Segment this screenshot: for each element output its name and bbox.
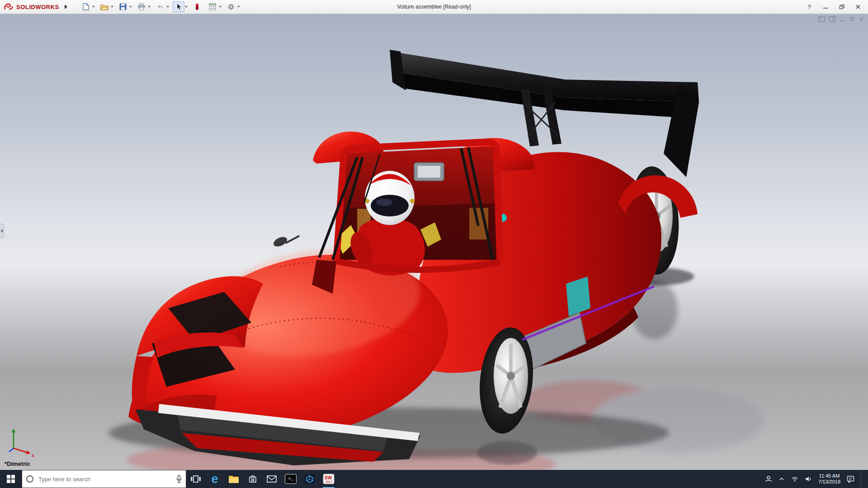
minimize-view-icon[interactable] bbox=[840, 16, 845, 22]
print-icon bbox=[137, 3, 146, 10]
show-desktop-button[interactable] bbox=[861, 470, 863, 488]
menu-expand-arrow-icon[interactable] bbox=[65, 5, 67, 9]
action-center-icon[interactable] bbox=[847, 475, 854, 483]
open-button[interactable] bbox=[99, 1, 110, 12]
task-view-icon bbox=[191, 475, 201, 483]
edge-icon: e bbox=[211, 473, 218, 485]
print-caret-icon[interactable] bbox=[148, 6, 151, 8]
open-caret-icon[interactable] bbox=[111, 6, 113, 8]
taskbar-search[interactable] bbox=[22, 470, 186, 488]
design-table-button[interactable] bbox=[207, 1, 218, 12]
3d-scene[interactable] bbox=[0, 14, 868, 470]
taskbar-clock[interactable]: 11:45 AM 7/13/2018 bbox=[818, 473, 840, 485]
solidworks-2017-icon: SW 2017 bbox=[323, 474, 335, 484]
taskbar-solidworks[interactable]: SW 2017 bbox=[319, 470, 338, 488]
file-explorer-icon bbox=[228, 475, 239, 483]
panel-collapse-tab[interactable] bbox=[0, 224, 4, 238]
search-input[interactable] bbox=[38, 475, 176, 483]
design-table-icon bbox=[208, 3, 217, 10]
restore-icon bbox=[839, 4, 844, 9]
minimize-button[interactable] bbox=[822, 3, 829, 10]
solidworks-logo: SOLIDWORKS bbox=[0, 3, 63, 10]
reference-triad: x bbox=[7, 426, 39, 458]
select-tool-caret-icon[interactable] bbox=[185, 6, 188, 8]
print-button[interactable] bbox=[136, 1, 147, 12]
microphone-icon[interactable] bbox=[176, 475, 182, 483]
brand-text: SOLIDWORKS bbox=[16, 4, 59, 10]
design-table-caret-icon[interactable] bbox=[219, 6, 222, 8]
split-pane-right-icon[interactable] bbox=[829, 16, 836, 22]
restore-button[interactable] bbox=[838, 3, 845, 10]
close-icon bbox=[855, 4, 861, 9]
new-document-caret-icon[interactable] bbox=[92, 6, 95, 8]
options-button[interactable] bbox=[225, 1, 237, 12]
ds-logo-icon bbox=[4, 3, 14, 10]
clock-time: 11:45 AM bbox=[819, 473, 840, 479]
solidworks-window: SOLIDWORKS bbox=[0, 0, 868, 488]
task-view-button[interactable] bbox=[186, 470, 205, 488]
split-pane-left-icon[interactable] bbox=[818, 16, 825, 22]
taskbar-mail[interactable] bbox=[262, 470, 281, 488]
minimize-icon bbox=[823, 4, 828, 9]
close-view-icon[interactable] bbox=[859, 16, 864, 22]
left-side-mirror[interactable] bbox=[272, 235, 289, 249]
windows-taskbar: e >_ bbox=[0, 470, 868, 488]
taskbar-store[interactable] bbox=[243, 470, 262, 488]
close-button[interactable] bbox=[854, 3, 862, 10]
save-icon bbox=[119, 3, 127, 10]
taskbar-file-explorer[interactable] bbox=[224, 470, 243, 488]
help-button[interactable]: ? bbox=[806, 3, 813, 10]
window-controls: ? bbox=[806, 3, 868, 10]
undo-caret-icon[interactable] bbox=[166, 6, 169, 8]
select-tool-button[interactable] bbox=[173, 1, 184, 12]
taskbar-edge[interactable]: e bbox=[205, 470, 224, 488]
svg-text:SW: SW bbox=[325, 475, 332, 480]
save-button[interactable] bbox=[117, 1, 129, 12]
graphics-viewport[interactable]: *Dimetric x bbox=[0, 14, 868, 470]
network-icon[interactable] bbox=[791, 476, 798, 482]
mail-icon bbox=[267, 475, 277, 483]
svg-text:2017: 2017 bbox=[326, 480, 333, 483]
edrawings-icon bbox=[304, 474, 315, 484]
triad-x-label: x bbox=[32, 452, 34, 458]
hidden-icons-chevron-icon[interactable] bbox=[778, 476, 785, 482]
open-folder-icon bbox=[100, 3, 108, 10]
undo-button[interactable] bbox=[154, 1, 166, 12]
helmet-visor bbox=[371, 195, 409, 216]
appearance-icon bbox=[194, 3, 200, 10]
gear-icon bbox=[227, 3, 235, 10]
options-caret-icon[interactable] bbox=[237, 6, 240, 8]
command-prompt-icon: >_ bbox=[285, 474, 297, 484]
undo-icon bbox=[156, 3, 164, 10]
system-tray: 11:45 AM 7/13/2018 bbox=[765, 470, 868, 488]
volume-icon[interactable] bbox=[805, 475, 812, 483]
select-cursor-icon bbox=[175, 3, 182, 10]
main-toolbar bbox=[80, 1, 243, 12]
clock-date: 7/13/2018 bbox=[818, 479, 840, 485]
taskbar-command-prompt[interactable]: >_ bbox=[281, 470, 300, 488]
titlebar: SOLIDWORKS bbox=[0, 0, 868, 14]
new-document-button[interactable] bbox=[80, 1, 92, 12]
store-icon bbox=[248, 474, 257, 483]
collapse-arrow-icon bbox=[0, 229, 3, 233]
new-document-icon bbox=[82, 3, 90, 10]
windows-logo-icon bbox=[7, 475, 15, 483]
view-orientation-label: *Dimetric bbox=[5, 460, 30, 467]
taskbar-edrawings[interactable] bbox=[300, 470, 319, 488]
start-button[interactable] bbox=[0, 470, 22, 488]
appearance-button[interactable] bbox=[191, 1, 203, 12]
save-caret-icon[interactable] bbox=[129, 6, 132, 8]
viewport-pane-controls bbox=[818, 16, 864, 22]
cortana-icon bbox=[26, 475, 34, 483]
restore-view-icon[interactable] bbox=[849, 16, 855, 22]
people-icon[interactable] bbox=[765, 475, 772, 483]
